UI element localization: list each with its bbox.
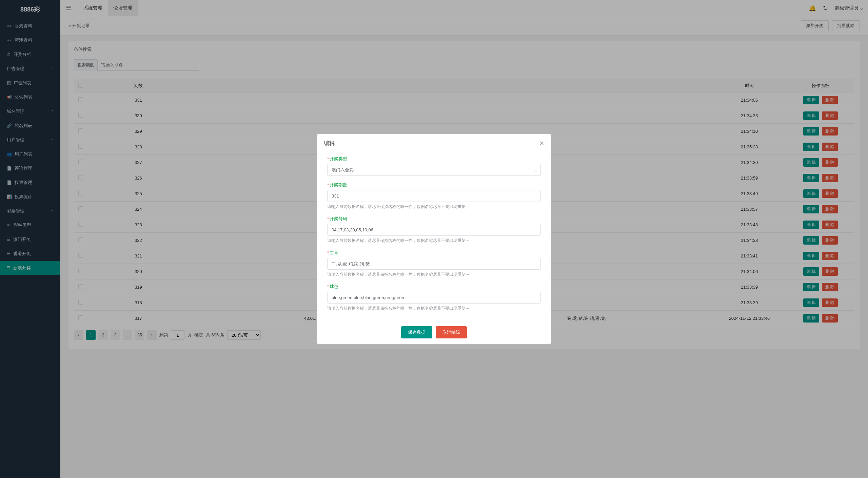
cancel-button[interactable]: 取消编辑 [436,326,467,338]
select-type[interactable] [327,164,541,176]
input-period[interactable] [327,190,541,202]
hint-color: 请输入当前数据名称，请尽量保持名称的唯一性，数据名称尽量不要出现重复～ [327,306,541,311]
input-numbers[interactable] [327,224,541,236]
input-zodiac[interactable] [327,258,541,270]
label-period: *开奖期数 [327,182,541,188]
label-type: *开奖类型 [327,156,541,162]
label-zodiac: *生肖 [327,250,541,256]
edit-modal: 编辑 ✕ *开奖类型 ⌵ *开奖期数 请输入当前数据名称，请尽量保持名称的唯一性… [317,134,551,344]
hint-zodiac: 请输入当前数据名称，请尽量保持名称的唯一性，数据名称尽量不要出现重复～ [327,272,541,277]
hint-period: 请输入当前数据名称，请尽量保持名称的唯一性，数据名称尽量不要出现重复～ [327,204,541,210]
close-icon[interactable]: ✕ [539,140,544,147]
label-numbers: *开奖号码 [327,216,541,222]
modal-title: 编辑 [324,140,335,147]
modal-overlay[interactable]: 编辑 ✕ *开奖类型 ⌵ *开奖期数 请输入当前数据名称，请尽量保持名称的唯一性… [0,0,868,478]
input-color[interactable] [327,292,541,304]
label-color: *球色 [327,284,541,290]
save-button[interactable]: 保存数据 [401,326,432,338]
hint-numbers: 请输入当前数据名称，请尽量保持名称的唯一性，数据名称尽量不要出现重复～ [327,238,541,244]
